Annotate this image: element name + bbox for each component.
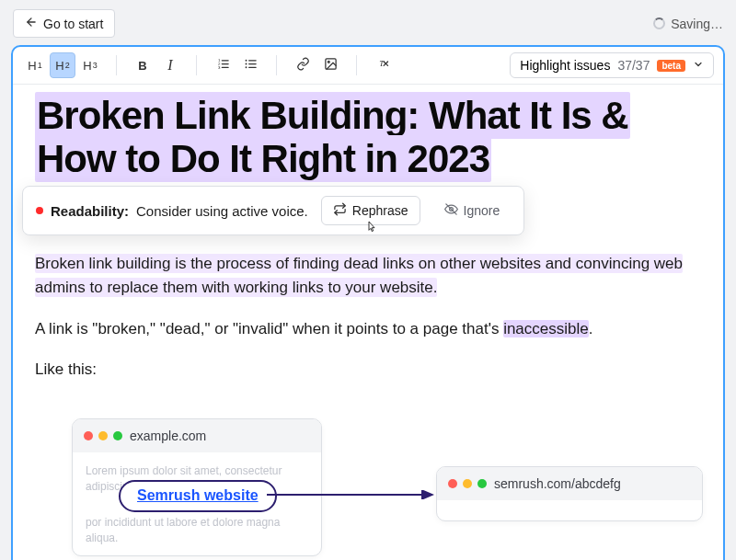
ordered-list-button[interactable]: 123 [210, 52, 236, 78]
divider [196, 55, 197, 75]
image-button[interactable] [317, 52, 343, 78]
eye-off-icon [444, 202, 458, 219]
ordered-list-icon: 123 [216, 57, 230, 74]
paragraph: Broken link building is the process of f… [35, 252, 701, 301]
link-button[interactable] [290, 52, 316, 78]
clear-format-icon: T [376, 57, 390, 74]
insert-group [290, 52, 343, 78]
svg-point-11 [245, 63, 247, 65]
divider [116, 55, 117, 75]
page-title: Broken Link Building: What It Is & How t… [35, 94, 701, 180]
svg-point-12 [245, 66, 247, 68]
ignore-label: Ignore [464, 203, 500, 218]
spinner-icon [653, 17, 665, 29]
saving-status: Saving… [653, 17, 723, 31]
clear-format-button[interactable]: T [370, 52, 396, 78]
ignore-button[interactable]: Ignore [433, 197, 512, 224]
refresh-icon [333, 202, 347, 219]
go-to-start-label: Go to start [43, 17, 103, 31]
bold-button[interactable]: B [130, 52, 155, 78]
heading-group: H1 H2 H3 [22, 52, 103, 78]
saving-label: Saving… [671, 17, 723, 31]
lorem-text: por incididunt ut labore et dolore magna… [86, 515, 308, 546]
svg-point-10 [245, 60, 247, 62]
rephrase-label: Rephrase [352, 203, 408, 218]
link-icon [296, 57, 310, 74]
list-group: 123 [210, 52, 263, 78]
divider [276, 55, 277, 75]
arrow-icon [267, 442, 442, 479]
h2-button[interactable]: H2 [50, 52, 75, 78]
cursor-pointer-icon [363, 220, 378, 237]
issue-label: Readability: Consider using active voice… [36, 203, 308, 219]
issue-message: Consider using active voice. [136, 203, 308, 219]
document-body[interactable]: Broken Link Building: What It Is & How t… [13, 85, 723, 560]
address-text: example.com [130, 429, 206, 443]
toolbar: H1 H2 H3 B I 123 T [13, 47, 723, 85]
browser-mock-right: semrush.com/abcdefg [436, 466, 703, 521]
traffic-lights-icon [448, 479, 487, 488]
bullet-list-icon [244, 57, 258, 74]
link-chip: Semrush website [119, 480, 277, 511]
chevron-down-icon [693, 58, 704, 73]
bullet-list-button[interactable] [237, 52, 263, 78]
rephrase-button[interactable]: Rephrase [321, 196, 420, 225]
highlight-issues-label: Highlight issues [520, 58, 610, 73]
editor-card: H1 H2 H3 B I 123 T [11, 45, 725, 560]
svg-point-14 [328, 61, 329, 63]
h1-button[interactable]: H1 [22, 52, 48, 78]
arrow-icon [267, 490, 442, 499]
issue-category: Readability: [51, 203, 129, 219]
browser-mock-left: example.com Lorem ipsum dolor sit amet, … [72, 418, 322, 556]
svg-text:3: 3 [217, 65, 220, 70]
illustration: example.com Lorem ipsum dolor sit amet, … [35, 418, 701, 556]
highlight-issues-count: 37/37 [617, 58, 650, 73]
divider [356, 55, 357, 75]
severity-dot-icon [36, 207, 43, 214]
arrow-left-icon [25, 16, 38, 31]
address-text: semrush.com/abcdefg [494, 476, 621, 491]
image-icon [324, 57, 338, 74]
highlight-issues-dropdown[interactable]: Highlight issues 37/37 beta [510, 52, 714, 78]
traffic-lights-icon [84, 431, 122, 440]
italic-button[interactable]: I [157, 52, 183, 78]
go-to-start-button[interactable]: Go to start [13, 9, 115, 38]
paragraph: Like this: [35, 358, 701, 382]
style-group: B I [130, 52, 183, 78]
paragraph: A link is "broken," "dead," or "invalid"… [35, 317, 701, 341]
beta-badge: beta [657, 60, 685, 72]
issue-popup: Readability: Consider using active voice… [22, 186, 524, 235]
svg-text:T: T [379, 59, 385, 68]
h3-button[interactable]: H3 [77, 52, 103, 78]
